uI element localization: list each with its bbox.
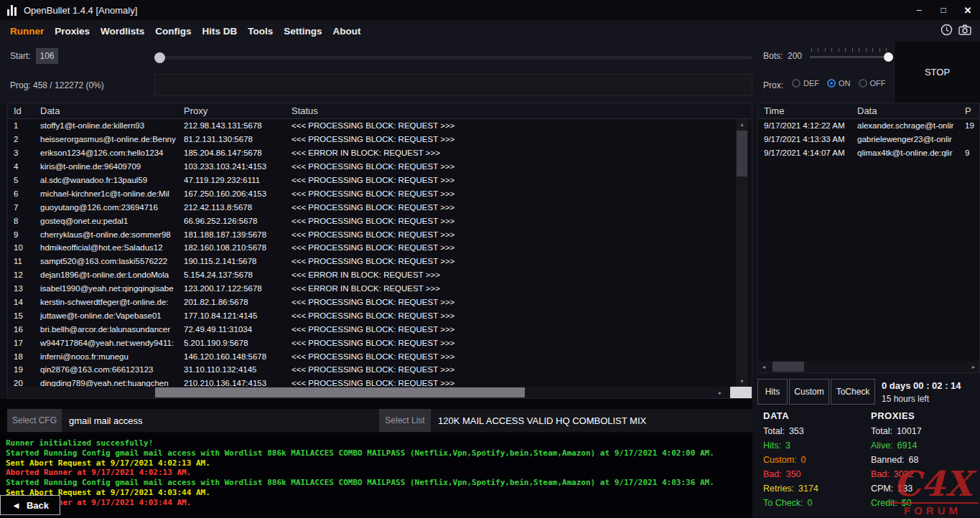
menu-item[interactable]: Runner <box>10 26 44 37</box>
tab-tocheck[interactable]: ToCheck <box>831 379 875 405</box>
menu-item[interactable]: Settings <box>284 26 322 37</box>
table-row[interactable]: 18 inferni@noos.fr:munegu 146.120.160.14… <box>8 349 752 363</box>
table-row[interactable]: 8 gosteq@onet.eu:pedal1 66.96.252.126:56… <box>8 214 752 227</box>
table-row[interactable]: 5 al.sdc@wanadoo.fr:13paul59 47.119.129.… <box>8 174 752 187</box>
radio-off[interactable]: OFF <box>859 79 886 88</box>
stat-value: 68 <box>909 455 919 469</box>
start-slider[interactable] <box>154 52 752 63</box>
cell-data: gosteq@onet.eu:pedal1 <box>40 217 184 225</box>
proxies-stats: PROXIES Total: 10017 Alive: 6914 Banned:… <box>871 410 922 512</box>
start-slider-thumb[interactable] <box>154 52 165 63</box>
minimize-icon[interactable]: – <box>907 0 931 20</box>
menu-item[interactable]: Hits DB <box>202 26 238 37</box>
scroll-up-icon[interactable]: ▲ <box>736 119 748 130</box>
column-id[interactable]: Id <box>14 105 40 116</box>
cell-status: <<< PROCESSING BLOCK: REQUEST >>> <box>291 217 752 225</box>
table-row[interactable]: 3 erikson1234@126.com:hello1234 185.204.… <box>8 146 752 160</box>
column-time[interactable]: Time <box>764 105 857 116</box>
stat-label: Bad: <box>763 469 782 484</box>
stat-value: 350 <box>786 469 801 484</box>
hits-row[interactable]: 9/17/2021 4:13:33 AM gabrielewenger23@t-… <box>758 133 979 146</box>
horizontal-scrollbar-thumb[interactable] <box>155 387 525 397</box>
vertical-scrollbar-thumb[interactable] <box>737 131 747 176</box>
cell-hit-data: alexander.schrage@t-onlir <box>857 121 965 130</box>
cell-status: <<< PROCESSING BLOCK: REQUEST >>> <box>291 365 752 374</box>
cell-data: bri.bellh@arcor.de:lalunasundancer <box>40 325 184 334</box>
table-row[interactable]: 6 michael-kirchner1c@t-online.de:Mil 167… <box>8 187 752 200</box>
column-hit-proxy[interactable]: P <box>965 105 979 116</box>
history-icon[interactable] <box>941 24 953 36</box>
column-hit-data[interactable]: Data <box>857 105 965 116</box>
back-arrow-icon: ◄ <box>11 500 21 511</box>
table-row[interactable]: 15 juttawe@t-online.de:Vapebase01 177.10… <box>8 309 752 322</box>
stat-value: 3 <box>785 441 790 455</box>
table-row[interactable]: 20 dingding789@yeah.net:huangchen 210.21… <box>8 377 752 387</box>
horizontal-scrollbar[interactable]: ► <box>8 387 752 398</box>
stat-row: Custom: 0 <box>763 455 818 469</box>
menu-item[interactable]: Configs <box>155 26 191 37</box>
hits-row[interactable]: 9/17/2021 4:12:22 AM alexander.schrage@t… <box>758 119 979 133</box>
cell-id: 16 <box>14 325 40 334</box>
table-row[interactable]: 17 w944717864@yeah.net:wendy9411: 5.201.… <box>8 336 752 349</box>
cfg-value[interactable]: gmail mail access <box>62 409 379 432</box>
cell-id: 8 <box>14 217 40 225</box>
table-row[interactable]: 19 qin2876@163.com:666123123 31.10.110.1… <box>8 363 752 377</box>
cell-data: michael-kirchner1c@t-online.de:Mil <box>40 189 184 198</box>
table-row[interactable]: 13 isabel1990@yeah.net:qingqingisabe 123… <box>8 282 752 296</box>
cell-proxy: 31.10.110.132:4145 <box>184 365 291 374</box>
log-line: Sent Abort Request at 9/17/2021 4:03:44 … <box>6 488 752 498</box>
stat-value: 10017 <box>897 426 922 441</box>
hits-scroll-right-icon[interactable]: ► <box>968 361 979 372</box>
cell-proxy: 103.233.103.241:4153 <box>184 162 291 171</box>
log-line: Started Running Config gmail mail access… <box>6 448 752 458</box>
cell-proxy: 5.201.190.9:5678 <box>184 339 291 347</box>
table-row[interactable]: 1 stoffy1@t-online.de:killern93 212.98.1… <box>8 119 752 133</box>
table-row[interactable]: 14 kerstin-schwerdtfeger@t-online.de: 20… <box>8 296 752 309</box>
cell-data: hdmikeofficial@hot.ee:Saladus12 <box>40 243 184 252</box>
maximize-icon[interactable]: □ <box>931 0 956 20</box>
scroll-right-icon[interactable]: ► <box>714 387 726 398</box>
table-row[interactable]: 10 hdmikeofficial@hot.ee:Saladus12 182.1… <box>8 241 752 255</box>
menu-item[interactable]: About <box>333 26 361 37</box>
camera-icon[interactable] <box>958 24 971 35</box>
scroll-down-icon[interactable]: ▼ <box>736 376 748 387</box>
cell-id: 18 <box>14 352 40 361</box>
menu-item[interactable]: Wordlists <box>101 26 144 37</box>
table-row[interactable]: 9 cherryklaus@t-online.de:sommer98 181.1… <box>8 227 752 241</box>
radio-def[interactable]: DEF <box>792 79 819 88</box>
bots-slider-thumb[interactable] <box>884 52 893 62</box>
back-button[interactable]: ◄ Back <box>0 495 60 515</box>
cell-data: dingding789@yeah.net:huangchen <box>40 379 184 387</box>
bots-slider-track <box>810 56 893 58</box>
tab-custom[interactable]: Custom <box>789 379 829 405</box>
menu-item[interactable]: Proxies <box>55 26 90 37</box>
table-row[interactable]: 7 guoyutang@126.com:23694716 212.42.113.… <box>8 200 752 214</box>
column-data[interactable]: Data <box>40 105 184 116</box>
cell-data: sampt520@163.com:laski5576222 <box>40 257 184 265</box>
stat-value: 133 <box>897 484 913 498</box>
list-value[interactable]: 120K MAIL ACCESS VALID HQ COMBOLIST MIX <box>431 409 752 432</box>
vertical-scrollbar[interactable]: ▲ ▼ <box>736 119 748 387</box>
tab-hits[interactable]: Hits <box>757 379 788 405</box>
stat-value: 3032 <box>894 469 914 484</box>
table-row[interactable]: 11 sampt520@163.com:laski5576222 190.115… <box>8 255 752 268</box>
table-row[interactable]: 2 heisserorgasmus@t-online.de:Benny 81.2… <box>8 133 752 146</box>
bots-slider[interactable] <box>810 48 893 64</box>
stop-button[interactable]: STOP <box>894 42 980 103</box>
table-row[interactable]: 12 dejan1896@t-online.de:LondoMola 5.154… <box>8 268 752 282</box>
hits-row[interactable]: 9/17/2021 4:14:07 AM qlimax4tk@t-online.… <box>758 146 979 160</box>
close-icon[interactable]: ✕ <box>956 0 980 20</box>
table-row[interactable]: 4 kiris@t-online.de:96409709 103.233.103… <box>8 160 752 174</box>
table-row[interactable]: 16 bri.bellh@arcor.de:lalunasundancer 72… <box>8 322 752 336</box>
cell-proxy: 72.49.49.11:31034 <box>184 325 291 334</box>
hits-scrollbar-thumb[interactable] <box>773 362 804 372</box>
select-list-button[interactable]: Select List <box>379 409 431 432</box>
column-proxy[interactable]: Proxy <box>184 105 291 116</box>
column-status[interactable]: Status <box>291 105 752 116</box>
hits-scroll-left-icon[interactable]: ◄ <box>758 361 770 372</box>
hits-horizontal-scrollbar[interactable]: ◄ ► <box>758 361 979 372</box>
radio-on[interactable]: ON <box>827 79 851 88</box>
start-input[interactable] <box>36 48 58 64</box>
select-cfg-button[interactable]: Select CFG <box>7 409 62 432</box>
menu-item[interactable]: Tools <box>248 26 273 37</box>
